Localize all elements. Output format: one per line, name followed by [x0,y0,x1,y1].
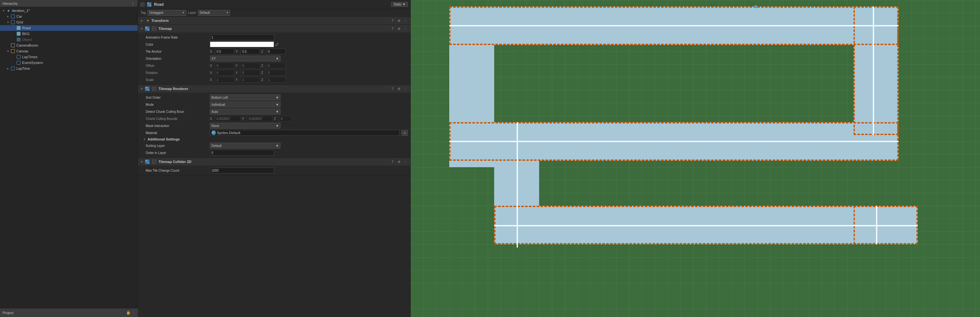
tilemap-enable-checkbox[interactable] [152,27,156,30]
tilemap-header[interactable]: ▼ Tilemap ? ⚙ ⋮ [138,25,410,32]
orientation-arrow: ▼ [276,57,279,61]
color-picker[interactable] [210,42,274,47]
color-value: 🖊 [210,42,408,47]
tree-item-laptime[interactable]: ► LapTime [0,66,138,71]
tilemap-settings-btn[interactable]: ⚙ [396,26,401,31]
tree-item-iteration[interactable]: ▼ ◈ iteration_1* [0,8,138,13]
tree-label-laptimes: LapTimes [22,55,38,59]
additional-settings-header[interactable]: ▼ Additional Settings [138,136,410,142]
tilemap-collider-header[interactable]: ▼ Tilemap Collider 2D ? ⚙ ⋮ [138,158,410,166]
material-row: Material Sprites-Default ⊙ [138,129,410,136]
max-tile-change-input[interactable] [210,168,274,173]
project-bar-icons: 🔒 ⋮ [126,311,135,315]
offset-y-input[interactable] [241,63,260,69]
scale-x-input[interactable] [215,77,234,83]
lock-icon[interactable]: 🔒 [126,311,130,315]
hierarchy-panel: Hierarchy ⋮ ▼ ◈ iteration_1* ► Car ▼ Gri… [0,0,138,317]
order-in-layer-input[interactable] [210,150,274,155]
tree-item-grid[interactable]: ▼ Grid [0,19,138,25]
chunk-culling-x-input[interactable] [215,116,241,122]
static-badge[interactable]: Static ▼ [391,2,408,7]
tree-item-laptimes[interactable]: LapTimes [0,54,138,60]
additional-settings-fold-arrow: ▼ [143,138,146,141]
material-target-btn[interactable]: ⊙ [401,130,408,136]
tag-dropdown[interactable]: Untagged ▼ [148,10,186,16]
tilemap-renderer-enable-checkbox[interactable] [152,87,156,91]
transform-header[interactable]: ► ✦ Transform ? ⚙ ⋮ [138,17,410,24]
orientation-dropdown[interactable]: XY ▼ [210,56,280,61]
rotation-x-input[interactable] [215,70,234,75]
layout-icon[interactable]: ⋮ [132,311,135,315]
tilemap-renderer-settings-btn[interactable]: ⚙ [396,86,401,91]
sorting-layer-value: Default ▼ [210,143,408,149]
rotation-y-input[interactable] [241,70,260,75]
tilemap-help-btn[interactable]: ? [390,26,395,31]
mask-interaction-dropdown[interactable]: None ▼ [210,123,280,129]
transform-gizmo[interactable] [754,5,757,8]
animation-frame-rate-input[interactable] [210,34,274,40]
sorting-layer-dropdown[interactable]: Default ▼ [210,143,280,149]
scale-y-label: Y [235,78,239,82]
active-checkbox[interactable] [140,3,145,6]
material-field[interactable]: Sprites-Default [210,130,399,136]
max-tile-change-value [210,168,408,173]
tile-anchor-z-input[interactable] [266,48,286,54]
tilemap-fold-arrow: ▼ [140,27,144,30]
mask-interaction-arrow: ▼ [276,124,279,128]
tilemap-more-btn[interactable]: ⋮ [403,26,408,31]
tree-item-object[interactable]: Object [0,37,138,42]
tile-anchor-label: Tile Anchor [146,50,210,53]
tree-item-canvas[interactable]: ▼ Canvas [0,48,138,54]
tilemap-collider-help-btn[interactable]: ? [390,159,395,164]
rotation-value: X Y Z [210,70,408,75]
tile-anchor-z-label: Z [261,50,265,53]
tile-anchor-x-input[interactable] [215,48,234,54]
transform-section: ► ✦ Transform ? ⚙ ⋮ [138,17,410,25]
tilemap-comp-icon [145,26,150,31]
camera-icon [10,43,15,48]
color-picker-eye[interactable]: 🖊 [275,42,279,46]
tile-anchor-y-input[interactable] [241,48,260,54]
mask-interaction-row: Mask Interaction None ▼ [138,122,410,129]
offset-z-label: Z [261,64,265,67]
tilemap-renderer-help-btn[interactable]: ? [390,86,395,91]
tilemap-renderer-more-btn[interactable]: ⋮ [403,86,408,91]
layer-dropdown[interactable]: Default ▼ [198,10,230,16]
sort-order-dropdown[interactable]: Bottom Left ▼ [210,94,280,100]
detect-chunk-dropdown[interactable]: Auto ▼ [210,109,280,114]
chunk-culling-y-input[interactable] [247,116,273,122]
mode-dropdown[interactable]: Individual ▼ [210,102,280,107]
offset-x-input[interactable] [215,63,234,69]
transform-settings-btn[interactable]: ⚙ [396,18,401,23]
offset-z-input[interactable] [266,63,286,69]
tilemap-icon-bkg [16,31,21,36]
tree-item-car[interactable]: ► Car [0,13,138,19]
white-line-bottom [494,225,918,226]
tilemap-body: Animation Frame Rate Color 🖊 Tile Anchor [138,32,410,85]
tilemap-renderer-header[interactable]: ▼ Tilemap Renderer ? ⚙ ⋮ [138,85,410,93]
material-label: Material [146,131,210,135]
rotation-z-label: Z [261,71,265,75]
scale-z-input[interactable] [266,77,286,83]
scale-y-input[interactable] [241,77,260,83]
tilemap-collider-enable-checkbox[interactable] [152,160,156,164]
rotation-x-label: X [210,71,214,75]
tree-item-bkg[interactable]: BKG [0,31,138,37]
scene-panel[interactable] [411,0,980,317]
scale-label: Scale [146,78,210,82]
tilemap-renderer-title: Tilemap Renderer [159,87,388,91]
tree-item-road[interactable]: Road [0,25,138,31]
chunk-culling-label: Chunk Culling Bounds [146,117,210,120]
chunk-culling-z-input[interactable] [279,116,292,122]
transform-more-btn[interactable]: ⋮ [403,18,408,23]
transform-help-btn[interactable]: ? [390,18,395,23]
offset-y-label: Y [235,64,239,67]
hierarchy-more-btn[interactable]: ⋮ [130,1,135,6]
layer-dropdown-arrow: ▼ [226,11,229,14]
rotation-z-input[interactable] [266,70,286,75]
tilemap-collider-more-btn[interactable]: ⋮ [403,159,408,164]
tree-item-eventsystem[interactable]: EventSystem [0,60,138,66]
tree-item-cameraboom[interactable]: CameraBoom [0,42,138,48]
tilemap-collider-settings-btn[interactable]: ⚙ [396,159,401,164]
tile-anchor-y-label: Y [235,50,239,53]
